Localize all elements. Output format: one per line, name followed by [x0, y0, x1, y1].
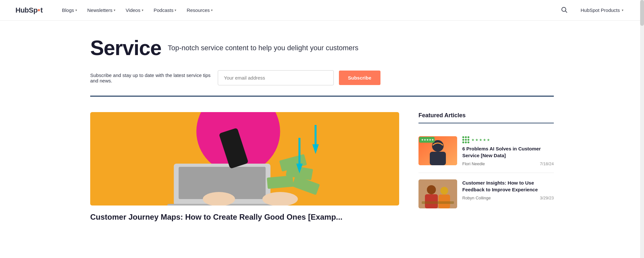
featured-article: Customer Journey Maps: How to Create Rea…: [90, 112, 399, 222]
article-1-author: Flori Needle: [462, 161, 485, 166]
nav-item-newsletters[interactable]: Newsletters ▾: [83, 5, 119, 15]
resources-label: Resources: [187, 7, 210, 13]
nav-item-resources[interactable]: Resources ▾: [183, 5, 216, 15]
subscribe-button[interactable]: Subscribe: [339, 71, 380, 85]
products-label: HubSpot Products: [581, 7, 620, 13]
nav-item-podcasts[interactable]: Podcasts ▾: [150, 5, 180, 15]
article-2-date: 3/29/23: [540, 196, 554, 200]
article-1-thumbnail: ★★★★★: [418, 136, 457, 165]
article-1-title: 6 Problems AI Solves in Customer Service…: [462, 145, 554, 159]
article-2-meta: Robyn Collinge 3/29/23: [462, 196, 554, 200]
svg-rect-18: [299, 138, 301, 165]
hubspot-logo[interactable]: HubSpt: [15, 6, 43, 14]
hero-title-area: Service Top-notch service content to hel…: [90, 36, 554, 60]
nav-item-videos[interactable]: Videos ▾: [122, 5, 147, 15]
sidebar-heading: Featured Articles: [418, 112, 554, 123]
podcasts-label: Podcasts: [154, 7, 174, 13]
featured-article-image[interactable]: [90, 112, 399, 205]
svg-line-1: [565, 11, 567, 13]
nav-menu: Blogs ▾ Newsletters ▾ Videos ▾ Podcasts …: [58, 5, 553, 15]
newsletters-chevron-icon: ▾: [114, 8, 115, 12]
logo-text: HubSpt: [15, 6, 43, 14]
article-collage-illustration: [90, 112, 399, 205]
search-icon: [561, 6, 568, 13]
article-1-content: ★ ★ ★ ★ ★ 6 Problems AI Solves in Custom…: [462, 136, 554, 166]
svg-point-14: [263, 192, 298, 205]
article-2-content: Customer Insights: How to Use Feedback t…: [462, 179, 554, 200]
svg-point-13: [203, 192, 235, 205]
podcasts-chevron-icon: ▾: [175, 8, 176, 12]
featured-articles-sidebar: Featured Articles: [418, 112, 554, 222]
article-2-title: Customer Insights: How to Use Feedback t…: [462, 179, 554, 193]
article-1-meta: Flori Needle 7/18/24: [462, 161, 554, 166]
svg-point-25: [427, 185, 436, 194]
subscribe-form: Subscribe and stay up to date with the l…: [90, 70, 554, 85]
blogs-chevron-icon: ▾: [75, 8, 77, 12]
hubspot-products-menu[interactable]: HubSpot Products ▾: [575, 5, 629, 15]
article-1-date: 7/18/24: [540, 161, 554, 166]
resources-chevron-icon: ▾: [211, 8, 213, 12]
article-1-badge: ★ ★ ★ ★ ★: [462, 136, 554, 143]
newsletters-label: Newsletters: [87, 7, 112, 13]
svg-rect-29: [422, 201, 454, 204]
subscribe-description: Subscribe and stay up to date with the l…: [90, 72, 213, 83]
featured-article-item-1[interactable]: ★★★★★ ★ ★ ★ ★ ★: [418, 130, 554, 173]
svg-point-0: [562, 7, 566, 11]
svg-text:★★★★★: ★★★★★: [421, 138, 434, 141]
svg-rect-21: [430, 152, 446, 165]
page-title: Service: [90, 36, 161, 60]
hero-section: Service Top-notch service content to hel…: [0, 21, 644, 97]
svg-rect-16: [315, 125, 317, 146]
navigation: HubSpt Blogs ▾ Newsletters ▾ Videos ▾ Po…: [0, 0, 644, 21]
main-content: Customer Journey Maps: How to Create Rea…: [0, 97, 644, 238]
nav-item-blogs[interactable]: Blogs ▾: [58, 5, 81, 15]
featured-article-item-2[interactable]: Customer Insights: How to Use Feedback t…: [418, 173, 554, 215]
article-2-thumbnail: [418, 179, 457, 208]
star-rating: ★ ★ ★ ★ ★: [471, 138, 490, 142]
blogs-label: Blogs: [62, 7, 74, 13]
hero-subtitle: Top-notch service content to help you de…: [168, 44, 359, 52]
products-chevron-icon: ▾: [622, 8, 623, 12]
search-button[interactable]: [561, 6, 568, 14]
videos-label: Videos: [126, 7, 140, 13]
videos-chevron-icon: ▾: [142, 8, 143, 12]
scrollbar-thumb[interactable]: [640, 0, 644, 26]
svg-point-27: [440, 187, 448, 195]
grid-icon: [462, 136, 469, 143]
svg-rect-11: [267, 176, 293, 189]
email-input[interactable]: [218, 70, 334, 85]
featured-article-title[interactable]: Customer Journey Maps: How to Create Rea…: [90, 212, 399, 222]
article-2-author: Robyn Collinge: [462, 196, 491, 200]
scrollbar[interactable]: [640, 0, 644, 258]
